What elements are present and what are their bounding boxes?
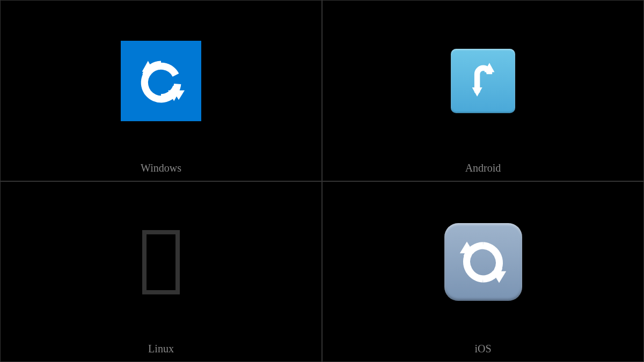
platform-label: Linux (148, 343, 174, 361)
glyph-area (1, 1, 321, 162)
platform-label: iOS (474, 343, 491, 361)
missing-glyph-icon (142, 230, 180, 294)
glyph-area (323, 1, 643, 162)
cell-windows: Windows (0, 0, 322, 181)
counterclockwise-arrows-icon (121, 41, 201, 121)
cell-ios: iOS (322, 181, 644, 363)
cell-linux: Linux (0, 181, 322, 363)
platform-label: Windows (141, 162, 181, 181)
counterclockwise-arrows-icon (451, 49, 515, 113)
glyph-area (1, 182, 321, 343)
counterclockwise-arrows-icon (444, 223, 522, 301)
glyph-area (323, 182, 643, 343)
cell-android: Android (322, 0, 644, 181)
platform-label: Android (465, 162, 501, 181)
